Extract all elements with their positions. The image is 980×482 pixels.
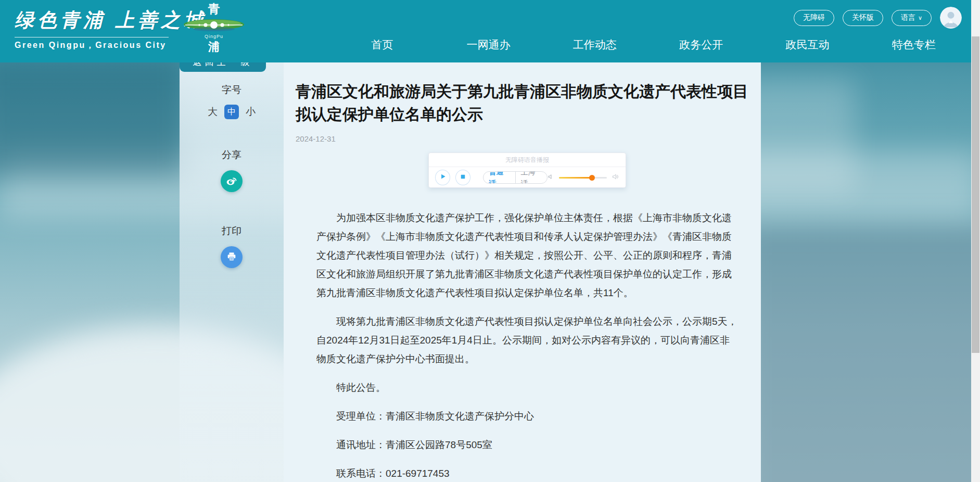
emblem-name-en: QingPu bbox=[180, 34, 248, 39]
quick-links: 无障碍 关怀版 语言 ∨ bbox=[794, 7, 962, 29]
font-size-small-button[interactable]: 小 bbox=[246, 105, 256, 119]
accessibility-label: 无障碍 bbox=[803, 13, 825, 22]
volume-fill bbox=[559, 177, 592, 179]
article-paragraph: 为加强本区非物质文化遗产保护工作，强化保护单位主体责任，根据《上海市非物质文化遗… bbox=[316, 209, 739, 302]
volume-slider[interactable] bbox=[559, 177, 607, 179]
article-paragraph: 通讯地址：青浦区公园路78号505室 bbox=[316, 436, 739, 454]
care-version-label: 关怀版 bbox=[852, 13, 874, 22]
logo-divider bbox=[15, 37, 169, 37]
care-version-button[interactable]: 关怀版 bbox=[843, 10, 883, 26]
article-title: 青浦区文化和旅游局关于第九批青浦区非物质文化遗产代表性项目拟认定保护单位名单的公… bbox=[296, 80, 754, 126]
emblem-island-icon bbox=[182, 18, 246, 33]
article-paragraph: 受理单位：青浦区非物质文化遗产保护分中心 bbox=[316, 407, 739, 426]
font-size-label: 字号 bbox=[180, 83, 284, 97]
volume-low-icon bbox=[548, 173, 554, 182]
volume-control bbox=[548, 173, 619, 183]
language-toggle: 普通话 上海话 bbox=[483, 171, 548, 184]
printer-icon bbox=[226, 251, 237, 264]
nav-item-one-stop-service[interactable]: 一网通办 bbox=[435, 30, 541, 59]
article-panel: 青浦区文化和旅游局关于第九批青浦区非物质文化遗产代表性项目拟认定保护单位名单的公… bbox=[284, 62, 761, 482]
site-header: 绿色青浦 上善之城 Green Qingpu，Gracious City 青 bbox=[0, 0, 971, 62]
emblem-char-bottom: 浦 bbox=[180, 39, 248, 55]
audio-player-title: 无障碍语音播报 bbox=[429, 153, 626, 167]
qingpu-emblem: 青 QingPu 浦 bbox=[180, 1, 248, 55]
article-body: 为加强本区非物质文化遗产保护工作，强化保护单位主体责任，根据《上海市非物质文化遗… bbox=[316, 209, 739, 482]
nav-item-interaction[interactable]: 政民互动 bbox=[754, 30, 860, 59]
language-option-mandarin[interactable]: 普通话 bbox=[483, 171, 515, 184]
nav-item-gov-info[interactable]: 政务公开 bbox=[648, 30, 754, 59]
logo-slogan-en: Green Qingpu，Gracious City bbox=[15, 40, 207, 51]
page-scrollbar[interactable] bbox=[971, 0, 980, 482]
page: 返回上一级 绿色青浦 上善之城 Green Qingpu，Gracious Ci… bbox=[0, 0, 980, 482]
nav-item-work-news[interactable]: 工作动态 bbox=[542, 30, 648, 59]
play-button[interactable] bbox=[435, 170, 450, 185]
article-paragraph: 联系电话：021-69717453 bbox=[316, 464, 739, 482]
emblem-char-top: 青 bbox=[180, 1, 248, 17]
article-paragraph: 特此公告。 bbox=[316, 378, 739, 397]
nav-item-special-columns[interactable]: 特色专栏 bbox=[861, 30, 967, 59]
background-building-shape bbox=[741, 224, 980, 482]
volume-high-icon bbox=[612, 173, 619, 183]
user-avatar-icon[interactable] bbox=[940, 7, 962, 29]
site-logo[interactable]: 绿色青浦 上善之城 Green Qingpu，Gracious City bbox=[15, 7, 207, 51]
article-date: 2024-12-31 bbox=[296, 134, 737, 143]
nav-item-home[interactable]: 首页 bbox=[329, 30, 435, 59]
main-nav: 首页 一网通办 工作动态 政务公开 政民互动 特色专栏 bbox=[329, 30, 967, 59]
logo-slogan-cn: 绿色青浦 上善之城 bbox=[15, 7, 207, 33]
chevron-down-icon: ∨ bbox=[918, 15, 922, 21]
font-size-medium-button[interactable]: 中 bbox=[224, 105, 239, 119]
share-label: 分享 bbox=[180, 148, 284, 162]
stop-button[interactable] bbox=[455, 170, 470, 185]
volume-knob[interactable] bbox=[589, 175, 595, 181]
language-button[interactable]: 语言 ∨ bbox=[892, 10, 932, 26]
audio-player: 无障碍语音播报 普通话 上海话 bbox=[428, 153, 626, 188]
weibo-icon bbox=[225, 174, 238, 188]
font-size-options: 大 中 小 bbox=[180, 105, 284, 119]
print-label: 打印 bbox=[180, 224, 284, 238]
background-city-shape bbox=[0, 57, 187, 177]
print-button[interactable] bbox=[221, 246, 243, 268]
share-weibo-button[interactable] bbox=[221, 170, 243, 192]
language-label: 语言 bbox=[901, 13, 915, 22]
scrollbar-thumb[interactable] bbox=[972, 36, 979, 353]
font-size-large-button[interactable]: 大 bbox=[208, 105, 218, 119]
play-icon bbox=[439, 173, 447, 182]
audio-player-controls: 普通话 上海话 bbox=[429, 167, 626, 188]
stop-icon bbox=[460, 173, 466, 182]
accessibility-button[interactable]: 无障碍 bbox=[794, 10, 834, 26]
language-option-shanghainese[interactable]: 上海话 bbox=[515, 171, 547, 184]
article-sidebar: 字号 大 中 小 分享 打印 bbox=[180, 62, 284, 482]
article-paragraph: 现将第九批青浦区非物质文化遗产代表性项目拟认定保护单位名单向社会公示，公示期5天… bbox=[316, 312, 739, 369]
